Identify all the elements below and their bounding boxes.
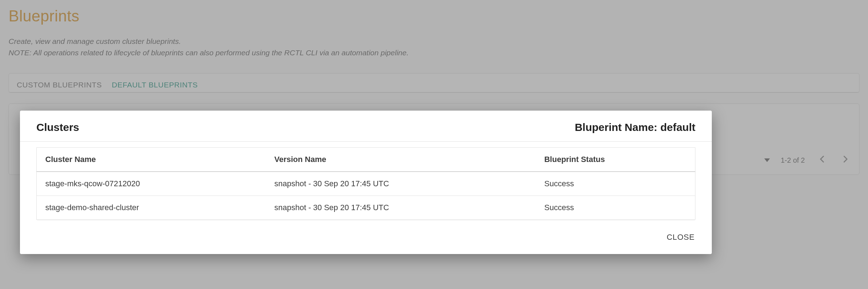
cell-cluster-name: stage-demo-shared-cluster <box>37 196 266 220</box>
col-version-name: Version Name <box>266 148 536 172</box>
dialog-body: Cluster Name Version Name Blueprint Stat… <box>20 142 712 223</box>
clusters-dialog: Clusters Bluperint Name: default Cluster… <box>20 111 712 254</box>
cell-version-name: snapshot - 30 Sep 20 17:45 UTC <box>266 172 536 196</box>
col-cluster-name: Cluster Name <box>37 148 266 172</box>
dialog-header: Clusters Bluperint Name: default <box>20 111 712 142</box>
dialog-footer: CLOSE <box>20 223 712 254</box>
table-header-row: Cluster Name Version Name Blueprint Stat… <box>37 148 695 172</box>
clusters-table: Cluster Name Version Name Blueprint Stat… <box>36 147 695 220</box>
cell-blueprint-status: Success <box>536 196 695 220</box>
cell-cluster-name: stage-mks-qcow-07212020 <box>37 172 266 196</box>
table-row: stage-demo-shared-cluster snapshot - 30 … <box>37 196 695 220</box>
dialog-subtitle: Bluperint Name: default <box>575 121 695 133</box>
cell-blueprint-status: Success <box>536 172 695 196</box>
cell-version-name: snapshot - 30 Sep 20 17:45 UTC <box>266 196 536 220</box>
dialog-title: Clusters <box>36 121 79 133</box>
close-button[interactable]: CLOSE <box>666 230 695 244</box>
table-row: stage-mks-qcow-07212020 snapshot - 30 Se… <box>37 172 695 196</box>
col-blueprint-status: Blueprint Status <box>536 148 695 172</box>
